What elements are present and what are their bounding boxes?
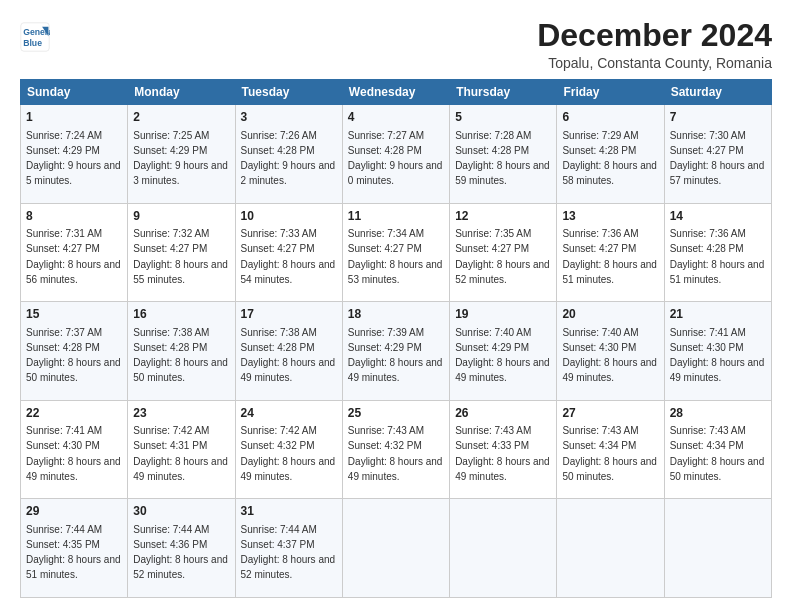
day-info: Sunrise: 7:43 AMSunset: 4:34 PMDaylight:…: [562, 425, 657, 482]
calendar-cell: 2 Sunrise: 7:25 AMSunset: 4:29 PMDayligh…: [128, 105, 235, 204]
calendar-cell: 27 Sunrise: 7:43 AMSunset: 4:34 PMDaylig…: [557, 400, 664, 499]
day-info: Sunrise: 7:44 AMSunset: 4:35 PMDaylight:…: [26, 524, 121, 581]
svg-text:Blue: Blue: [23, 38, 42, 48]
day-number: 19: [455, 306, 551, 323]
calendar-cell: [557, 499, 664, 598]
day-info: Sunrise: 7:28 AMSunset: 4:28 PMDaylight:…: [455, 130, 550, 187]
day-number: 21: [670, 306, 766, 323]
day-info: Sunrise: 7:43 AMSunset: 4:32 PMDaylight:…: [348, 425, 443, 482]
calendar-cell: 19 Sunrise: 7:40 AMSunset: 4:29 PMDaylig…: [450, 302, 557, 401]
day-number: 23: [133, 405, 229, 422]
header-saturday: Saturday: [664, 80, 771, 105]
header-friday: Friday: [557, 80, 664, 105]
calendar-cell: 22 Sunrise: 7:41 AMSunset: 4:30 PMDaylig…: [21, 400, 128, 499]
day-number: 24: [241, 405, 337, 422]
day-number: 30: [133, 503, 229, 520]
day-info: Sunrise: 7:42 AMSunset: 4:31 PMDaylight:…: [133, 425, 228, 482]
calendar-cell: 8 Sunrise: 7:31 AMSunset: 4:27 PMDayligh…: [21, 203, 128, 302]
day-number: 20: [562, 306, 658, 323]
page: General Blue December 2024 Topalu, Const…: [0, 0, 792, 612]
day-info: Sunrise: 7:43 AMSunset: 4:33 PMDaylight:…: [455, 425, 550, 482]
calendar-cell: 9 Sunrise: 7:32 AMSunset: 4:27 PMDayligh…: [128, 203, 235, 302]
logo: General Blue: [20, 22, 50, 52]
calendar-cell: 13 Sunrise: 7:36 AMSunset: 4:27 PMDaylig…: [557, 203, 664, 302]
calendar-header-row: Sunday Monday Tuesday Wednesday Thursday…: [21, 80, 772, 105]
calendar-cell: 28 Sunrise: 7:43 AMSunset: 4:34 PMDaylig…: [664, 400, 771, 499]
day-number: 6: [562, 109, 658, 126]
day-info: Sunrise: 7:24 AMSunset: 4:29 PMDaylight:…: [26, 130, 121, 187]
day-info: Sunrise: 7:43 AMSunset: 4:34 PMDaylight:…: [670, 425, 765, 482]
day-info: Sunrise: 7:42 AMSunset: 4:32 PMDaylight:…: [241, 425, 336, 482]
day-number: 7: [670, 109, 766, 126]
day-number: 25: [348, 405, 444, 422]
day-info: Sunrise: 7:34 AMSunset: 4:27 PMDaylight:…: [348, 228, 443, 285]
calendar-cell: 12 Sunrise: 7:35 AMSunset: 4:27 PMDaylig…: [450, 203, 557, 302]
calendar-cell: 3 Sunrise: 7:26 AMSunset: 4:28 PMDayligh…: [235, 105, 342, 204]
logo-icon: General Blue: [20, 22, 50, 52]
calendar-cell: 31 Sunrise: 7:44 AMSunset: 4:37 PMDaylig…: [235, 499, 342, 598]
calendar-cell: 21 Sunrise: 7:41 AMSunset: 4:30 PMDaylig…: [664, 302, 771, 401]
calendar-cell: [664, 499, 771, 598]
header-tuesday: Tuesday: [235, 80, 342, 105]
calendar-cell: 10 Sunrise: 7:33 AMSunset: 4:27 PMDaylig…: [235, 203, 342, 302]
day-info: Sunrise: 7:38 AMSunset: 4:28 PMDaylight:…: [133, 327, 228, 384]
day-info: Sunrise: 7:27 AMSunset: 4:28 PMDaylight:…: [348, 130, 443, 187]
calendar-cell: 29 Sunrise: 7:44 AMSunset: 4:35 PMDaylig…: [21, 499, 128, 598]
day-number: 11: [348, 208, 444, 225]
day-number: 31: [241, 503, 337, 520]
day-info: Sunrise: 7:25 AMSunset: 4:29 PMDaylight:…: [133, 130, 228, 187]
calendar-cell: 14 Sunrise: 7:36 AMSunset: 4:28 PMDaylig…: [664, 203, 771, 302]
day-number: 3: [241, 109, 337, 126]
header-monday: Monday: [128, 80, 235, 105]
day-number: 13: [562, 208, 658, 225]
calendar-cell: 30 Sunrise: 7:44 AMSunset: 4:36 PMDaylig…: [128, 499, 235, 598]
calendar-table: Sunday Monday Tuesday Wednesday Thursday…: [20, 79, 772, 598]
calendar-cell: 1 Sunrise: 7:24 AMSunset: 4:29 PMDayligh…: [21, 105, 128, 204]
calendar-cell: 6 Sunrise: 7:29 AMSunset: 4:28 PMDayligh…: [557, 105, 664, 204]
day-info: Sunrise: 7:26 AMSunset: 4:28 PMDaylight:…: [241, 130, 336, 187]
day-info: Sunrise: 7:41 AMSunset: 4:30 PMDaylight:…: [26, 425, 121, 482]
week-row-3: 15 Sunrise: 7:37 AMSunset: 4:28 PMDaylig…: [21, 302, 772, 401]
day-number: 18: [348, 306, 444, 323]
day-number: 29: [26, 503, 122, 520]
day-info: Sunrise: 7:36 AMSunset: 4:27 PMDaylight:…: [562, 228, 657, 285]
day-info: Sunrise: 7:39 AMSunset: 4:29 PMDaylight:…: [348, 327, 443, 384]
day-info: Sunrise: 7:40 AMSunset: 4:30 PMDaylight:…: [562, 327, 657, 384]
calendar-cell: [342, 499, 449, 598]
calendar-cell: 18 Sunrise: 7:39 AMSunset: 4:29 PMDaylig…: [342, 302, 449, 401]
header: General Blue December 2024 Topalu, Const…: [20, 18, 772, 71]
day-info: Sunrise: 7:29 AMSunset: 4:28 PMDaylight:…: [562, 130, 657, 187]
week-row-4: 22 Sunrise: 7:41 AMSunset: 4:30 PMDaylig…: [21, 400, 772, 499]
day-info: Sunrise: 7:31 AMSunset: 4:27 PMDaylight:…: [26, 228, 121, 285]
week-row-1: 1 Sunrise: 7:24 AMSunset: 4:29 PMDayligh…: [21, 105, 772, 204]
day-info: Sunrise: 7:44 AMSunset: 4:36 PMDaylight:…: [133, 524, 228, 581]
day-number: 22: [26, 405, 122, 422]
header-thursday: Thursday: [450, 80, 557, 105]
day-number: 4: [348, 109, 444, 126]
calendar-cell: 11 Sunrise: 7:34 AMSunset: 4:27 PMDaylig…: [342, 203, 449, 302]
day-number: 27: [562, 405, 658, 422]
calendar-cell: 4 Sunrise: 7:27 AMSunset: 4:28 PMDayligh…: [342, 105, 449, 204]
day-number: 14: [670, 208, 766, 225]
day-number: 16: [133, 306, 229, 323]
day-info: Sunrise: 7:41 AMSunset: 4:30 PMDaylight:…: [670, 327, 765, 384]
day-info: Sunrise: 7:36 AMSunset: 4:28 PMDaylight:…: [670, 228, 765, 285]
calendar-cell: 5 Sunrise: 7:28 AMSunset: 4:28 PMDayligh…: [450, 105, 557, 204]
day-number: 8: [26, 208, 122, 225]
day-info: Sunrise: 7:38 AMSunset: 4:28 PMDaylight:…: [241, 327, 336, 384]
day-number: 9: [133, 208, 229, 225]
week-row-2: 8 Sunrise: 7:31 AMSunset: 4:27 PMDayligh…: [21, 203, 772, 302]
day-number: 1: [26, 109, 122, 126]
week-row-5: 29 Sunrise: 7:44 AMSunset: 4:35 PMDaylig…: [21, 499, 772, 598]
calendar-cell: 7 Sunrise: 7:30 AMSunset: 4:27 PMDayligh…: [664, 105, 771, 204]
main-title: December 2024: [537, 18, 772, 53]
day-number: 15: [26, 306, 122, 323]
calendar-cell: [450, 499, 557, 598]
calendar-cell: 26 Sunrise: 7:43 AMSunset: 4:33 PMDaylig…: [450, 400, 557, 499]
day-number: 28: [670, 405, 766, 422]
day-number: 12: [455, 208, 551, 225]
day-info: Sunrise: 7:35 AMSunset: 4:27 PMDaylight:…: [455, 228, 550, 285]
title-block: December 2024 Topalu, Constanta County, …: [537, 18, 772, 71]
day-info: Sunrise: 7:44 AMSunset: 4:37 PMDaylight:…: [241, 524, 336, 581]
day-info: Sunrise: 7:37 AMSunset: 4:28 PMDaylight:…: [26, 327, 121, 384]
